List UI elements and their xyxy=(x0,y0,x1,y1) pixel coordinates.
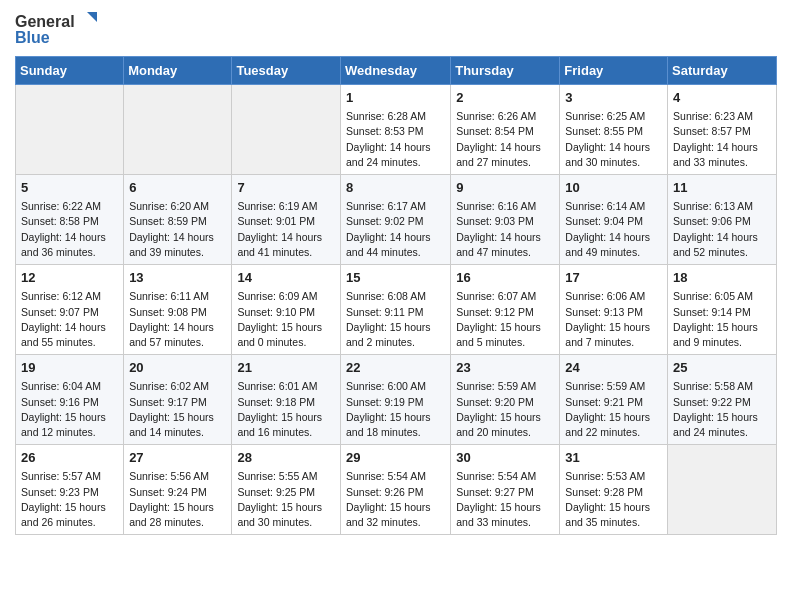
day-number: 14 xyxy=(237,269,335,287)
day-info: Sunrise: 6:07 AM Sunset: 9:12 PM Dayligh… xyxy=(456,289,554,350)
calendar-cell: 12Sunrise: 6:12 AM Sunset: 9:07 PM Dayli… xyxy=(16,265,124,355)
day-info: Sunrise: 6:12 AM Sunset: 9:07 PM Dayligh… xyxy=(21,289,118,350)
day-number: 29 xyxy=(346,449,445,467)
week-row-1: 1Sunrise: 6:28 AM Sunset: 8:53 PM Daylig… xyxy=(16,85,777,175)
day-number: 8 xyxy=(346,179,445,197)
calendar-cell: 18Sunrise: 6:05 AM Sunset: 9:14 PM Dayli… xyxy=(668,265,777,355)
calendar-cell: 11Sunrise: 6:13 AM Sunset: 9:06 PM Dayli… xyxy=(668,175,777,265)
day-number: 2 xyxy=(456,89,554,107)
calendar-cell: 30Sunrise: 5:54 AM Sunset: 9:27 PM Dayli… xyxy=(451,445,560,535)
calendar-cell: 31Sunrise: 5:53 AM Sunset: 9:28 PM Dayli… xyxy=(560,445,668,535)
calendar-cell: 2Sunrise: 6:26 AM Sunset: 8:54 PM Daylig… xyxy=(451,85,560,175)
day-info: Sunrise: 6:20 AM Sunset: 8:59 PM Dayligh… xyxy=(129,199,226,260)
day-number: 1 xyxy=(346,89,445,107)
day-info: Sunrise: 6:05 AM Sunset: 9:14 PM Dayligh… xyxy=(673,289,771,350)
svg-text:General: General xyxy=(15,13,75,30)
day-number: 22 xyxy=(346,359,445,377)
calendar-table: SundayMondayTuesdayWednesdayThursdayFrid… xyxy=(15,56,777,535)
day-info: Sunrise: 5:59 AM Sunset: 9:21 PM Dayligh… xyxy=(565,379,662,440)
day-number: 30 xyxy=(456,449,554,467)
day-number: 16 xyxy=(456,269,554,287)
calendar-cell: 10Sunrise: 6:14 AM Sunset: 9:04 PM Dayli… xyxy=(560,175,668,265)
day-info: Sunrise: 6:25 AM Sunset: 8:55 PM Dayligh… xyxy=(565,109,662,170)
day-number: 27 xyxy=(129,449,226,467)
day-info: Sunrise: 5:58 AM Sunset: 9:22 PM Dayligh… xyxy=(673,379,771,440)
calendar-cell: 24Sunrise: 5:59 AM Sunset: 9:21 PM Dayli… xyxy=(560,355,668,445)
calendar-cell xyxy=(232,85,341,175)
day-number: 17 xyxy=(565,269,662,287)
day-number: 5 xyxy=(21,179,118,197)
calendar-cell: 29Sunrise: 5:54 AM Sunset: 9:26 PM Dayli… xyxy=(340,445,450,535)
weekday-header-tuesday: Tuesday xyxy=(232,57,341,85)
day-info: Sunrise: 6:01 AM Sunset: 9:18 PM Dayligh… xyxy=(237,379,335,440)
day-number: 10 xyxy=(565,179,662,197)
day-info: Sunrise: 6:17 AM Sunset: 9:02 PM Dayligh… xyxy=(346,199,445,260)
day-number: 26 xyxy=(21,449,118,467)
calendar-cell: 20Sunrise: 6:02 AM Sunset: 9:17 PM Dayli… xyxy=(124,355,232,445)
day-info: Sunrise: 5:54 AM Sunset: 9:26 PM Dayligh… xyxy=(346,469,445,530)
calendar-cell xyxy=(16,85,124,175)
day-number: 11 xyxy=(673,179,771,197)
calendar-cell: 9Sunrise: 6:16 AM Sunset: 9:03 PM Daylig… xyxy=(451,175,560,265)
day-number: 28 xyxy=(237,449,335,467)
day-info: Sunrise: 6:23 AM Sunset: 8:57 PM Dayligh… xyxy=(673,109,771,170)
day-info: Sunrise: 6:14 AM Sunset: 9:04 PM Dayligh… xyxy=(565,199,662,260)
day-number: 21 xyxy=(237,359,335,377)
calendar-cell: 25Sunrise: 5:58 AM Sunset: 9:22 PM Dayli… xyxy=(668,355,777,445)
logo: GeneralBlue xyxy=(15,10,105,50)
calendar-cell: 4Sunrise: 6:23 AM Sunset: 8:57 PM Daylig… xyxy=(668,85,777,175)
page-header: GeneralBlue xyxy=(15,10,777,50)
day-number: 19 xyxy=(21,359,118,377)
day-info: Sunrise: 6:19 AM Sunset: 9:01 PM Dayligh… xyxy=(237,199,335,260)
day-info: Sunrise: 5:55 AM Sunset: 9:25 PM Dayligh… xyxy=(237,469,335,530)
calendar-cell: 16Sunrise: 6:07 AM Sunset: 9:12 PM Dayli… xyxy=(451,265,560,355)
calendar-cell: 26Sunrise: 5:57 AM Sunset: 9:23 PM Dayli… xyxy=(16,445,124,535)
calendar-cell: 13Sunrise: 6:11 AM Sunset: 9:08 PM Dayli… xyxy=(124,265,232,355)
calendar-cell: 7Sunrise: 6:19 AM Sunset: 9:01 PM Daylig… xyxy=(232,175,341,265)
calendar-cell: 17Sunrise: 6:06 AM Sunset: 9:13 PM Dayli… xyxy=(560,265,668,355)
logo-svg: GeneralBlue xyxy=(15,10,105,50)
day-number: 4 xyxy=(673,89,771,107)
day-number: 6 xyxy=(129,179,226,197)
day-number: 12 xyxy=(21,269,118,287)
calendar-cell: 27Sunrise: 5:56 AM Sunset: 9:24 PM Dayli… xyxy=(124,445,232,535)
weekday-header-saturday: Saturday xyxy=(668,57,777,85)
day-info: Sunrise: 6:04 AM Sunset: 9:16 PM Dayligh… xyxy=(21,379,118,440)
day-info: Sunrise: 6:00 AM Sunset: 9:19 PM Dayligh… xyxy=(346,379,445,440)
day-info: Sunrise: 6:22 AM Sunset: 8:58 PM Dayligh… xyxy=(21,199,118,260)
weekday-header-friday: Friday xyxy=(560,57,668,85)
calendar-cell: 8Sunrise: 6:17 AM Sunset: 9:02 PM Daylig… xyxy=(340,175,450,265)
calendar-cell: 21Sunrise: 6:01 AM Sunset: 9:18 PM Dayli… xyxy=(232,355,341,445)
day-info: Sunrise: 5:53 AM Sunset: 9:28 PM Dayligh… xyxy=(565,469,662,530)
weekday-header-sunday: Sunday xyxy=(16,57,124,85)
svg-marker-1 xyxy=(87,12,97,22)
weekday-header-thursday: Thursday xyxy=(451,57,560,85)
day-info: Sunrise: 6:26 AM Sunset: 8:54 PM Dayligh… xyxy=(456,109,554,170)
day-number: 18 xyxy=(673,269,771,287)
svg-text:Blue: Blue xyxy=(15,29,50,46)
day-info: Sunrise: 5:57 AM Sunset: 9:23 PM Dayligh… xyxy=(21,469,118,530)
calendar-cell: 19Sunrise: 6:04 AM Sunset: 9:16 PM Dayli… xyxy=(16,355,124,445)
day-info: Sunrise: 5:56 AM Sunset: 9:24 PM Dayligh… xyxy=(129,469,226,530)
day-info: Sunrise: 6:08 AM Sunset: 9:11 PM Dayligh… xyxy=(346,289,445,350)
day-number: 31 xyxy=(565,449,662,467)
calendar-cell xyxy=(668,445,777,535)
week-row-3: 12Sunrise: 6:12 AM Sunset: 9:07 PM Dayli… xyxy=(16,265,777,355)
day-info: Sunrise: 6:09 AM Sunset: 9:10 PM Dayligh… xyxy=(237,289,335,350)
calendar-cell: 23Sunrise: 5:59 AM Sunset: 9:20 PM Dayli… xyxy=(451,355,560,445)
day-number: 24 xyxy=(565,359,662,377)
calendar-cell: 1Sunrise: 6:28 AM Sunset: 8:53 PM Daylig… xyxy=(340,85,450,175)
day-info: Sunrise: 6:28 AM Sunset: 8:53 PM Dayligh… xyxy=(346,109,445,170)
calendar-cell: 6Sunrise: 6:20 AM Sunset: 8:59 PM Daylig… xyxy=(124,175,232,265)
weekday-header-monday: Monday xyxy=(124,57,232,85)
day-number: 9 xyxy=(456,179,554,197)
weekday-header-row: SundayMondayTuesdayWednesdayThursdayFrid… xyxy=(16,57,777,85)
day-number: 20 xyxy=(129,359,226,377)
weekday-header-wednesday: Wednesday xyxy=(340,57,450,85)
day-number: 25 xyxy=(673,359,771,377)
day-number: 3 xyxy=(565,89,662,107)
day-number: 13 xyxy=(129,269,226,287)
week-row-4: 19Sunrise: 6:04 AM Sunset: 9:16 PM Dayli… xyxy=(16,355,777,445)
calendar-cell xyxy=(124,85,232,175)
calendar-cell: 3Sunrise: 6:25 AM Sunset: 8:55 PM Daylig… xyxy=(560,85,668,175)
